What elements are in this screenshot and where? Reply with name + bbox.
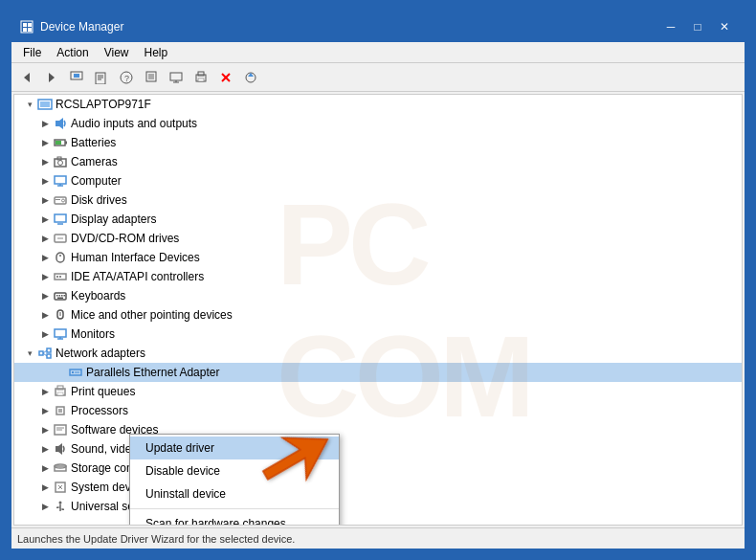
expand-processors[interactable]: ▶ (37, 403, 53, 418)
tree-parallels[interactable]: Parallels Ethernet Adapter (14, 363, 742, 382)
svg-rect-36 (55, 176, 66, 184)
context-update-driver[interactable]: Update driver (130, 437, 339, 459)
close-button[interactable]: ✕ (712, 17, 737, 36)
expand-sound[interactable]: ▶ (37, 441, 53, 457)
svg-point-47 (59, 255, 61, 257)
tree-ide[interactable]: ▶ IDE ATA/ATAPI controllers (14, 267, 742, 286)
tree-monitors[interactable]: ▶ Monitors (14, 325, 742, 344)
tree-processors[interactable]: ▶ Processors (14, 401, 742, 420)
svg-point-34 (58, 161, 63, 166)
tree-sound[interactable]: ▶ Sound, video and game controllers (14, 439, 742, 459)
svg-rect-56 (57, 298, 63, 300)
tree-software[interactable]: ▶ Software devices (14, 420, 742, 439)
expand-batteries[interactable]: ▶ (37, 135, 53, 150)
menu-view[interactable]: View (97, 44, 137, 61)
svg-rect-64 (47, 354, 51, 358)
remove-button[interactable] (214, 66, 237, 89)
tree-mice[interactable]: ▶ Mice and other pointing devices (14, 305, 742, 325)
dvd-icon (53, 231, 68, 246)
svg-rect-42 (55, 214, 66, 222)
tree-disk[interactable]: ▶ Disk drives (14, 190, 742, 210)
tree-keyboards[interactable]: ▶ Keyboards (14, 286, 742, 305)
context-menu: Update driver Disable device Uninstall d… (129, 434, 340, 526)
expand-keyboards[interactable]: ▶ (37, 288, 53, 303)
tree-audio[interactable]: ▶ Audio inputs and outputs (14, 114, 742, 133)
cameras-label: Cameras (71, 155, 118, 168)
printer-button[interactable] (189, 66, 212, 89)
menu-help[interactable]: Help (137, 44, 176, 61)
tree-network[interactable]: ▾ Network adapters (14, 344, 742, 363)
back-button[interactable] (15, 66, 38, 89)
tree-usb[interactable]: ▶ Universal serial bus controllers (14, 497, 742, 516)
menu-file[interactable]: File (15, 44, 49, 61)
software-icon (53, 422, 68, 437)
svg-rect-46 (56, 253, 64, 262)
root-icon (37, 97, 53, 112)
window-icon (19, 19, 34, 34)
tree-batteries[interactable]: ▶ Batteries (14, 133, 742, 152)
display-button[interactable] (165, 66, 188, 89)
tree-cameras[interactable]: ▶ Cameras (14, 152, 742, 171)
expand-software[interactable]: ▶ (37, 422, 53, 437)
parallels-icon (68, 365, 83, 380)
svg-rect-63 (47, 348, 51, 352)
scan-button[interactable] (140, 66, 163, 89)
expand-print[interactable]: ▶ (37, 384, 53, 399)
ide-icon (53, 269, 68, 284)
svg-rect-62 (39, 351, 43, 355)
tree-hid[interactable]: ▶ Human Interface Devices (14, 248, 742, 267)
up-button[interactable] (65, 66, 88, 89)
menu-bar: File Action View Help (11, 42, 745, 63)
menu-action[interactable]: Action (49, 44, 96, 61)
hid-icon (53, 250, 68, 265)
expand-cameras[interactable]: ▶ (37, 154, 53, 169)
context-disable-device[interactable]: Disable device (130, 459, 339, 482)
expand-network[interactable]: ▾ (22, 346, 37, 361)
expand-root[interactable]: ▾ (22, 97, 37, 112)
expand-dvd[interactable]: ▶ (37, 231, 53, 246)
tree-display[interactable]: ▶ Display adapters (14, 210, 742, 229)
expand-audio[interactable]: ▶ (37, 116, 53, 131)
expand-display[interactable]: ▶ (37, 212, 53, 227)
tree-computer[interactable]: ▶ Computer (14, 171, 742, 190)
device-tree[interactable]: PCCOM ▾ RCSLAPTOP971F ▶ Audio inputs and… (13, 94, 743, 526)
tree-system[interactable]: ▶ System devices (14, 478, 742, 497)
context-scan-changes[interactable]: Scan for hardware changes (130, 512, 339, 526)
tree-print[interactable]: ▶ Print queues (14, 382, 742, 401)
tree-dvd[interactable]: ▶ DVD/CD-ROM drives (14, 229, 742, 248)
expand-usb[interactable]: ▶ (37, 499, 53, 514)
expand-monitors[interactable]: ▶ (37, 326, 53, 342)
help-button[interactable]: ? (115, 66, 138, 89)
usb-icon (53, 499, 68, 514)
svg-marker-78 (56, 443, 62, 455)
expand-ide[interactable]: ▶ (37, 269, 53, 284)
expand-hid[interactable]: ▶ (37, 250, 53, 265)
main-area: PCCOM ▾ RCSLAPTOP971F ▶ Audio inputs and… (11, 92, 745, 527)
minimize-button[interactable]: ─ (658, 17, 683, 36)
computer-label: Computer (71, 174, 122, 188)
expand-system[interactable]: ▶ (37, 480, 53, 495)
hid-label: Human Interface Devices (71, 251, 200, 264)
svg-rect-16 (148, 74, 154, 79)
maximize-button[interactable]: □ (685, 17, 710, 36)
forward-button[interactable] (40, 66, 63, 89)
context-sep-1 (130, 508, 339, 509)
tree-storage[interactable]: ▶ Storage controllers (14, 459, 742, 478)
ide-label: IDE ATA/ATAPI controllers (71, 270, 204, 283)
keyboards-icon (53, 288, 68, 303)
context-uninstall-device[interactable]: Uninstall device (130, 482, 339, 505)
tree-root[interactable]: ▾ RCSLAPTOP971F (14, 95, 742, 114)
parallels-label: Parallels Ethernet Adapter (86, 366, 219, 379)
update-button[interactable] (239, 66, 262, 89)
toolbar: ? (11, 63, 745, 92)
sound-icon (53, 441, 68, 457)
svg-rect-3 (23, 28, 27, 32)
batteries-label: Batteries (71, 136, 116, 149)
svg-rect-2 (28, 23, 32, 27)
expand-mice[interactable]: ▶ (37, 307, 53, 323)
expand-storage[interactable]: ▶ (37, 460, 53, 476)
svg-rect-52 (56, 295, 58, 297)
properties-button[interactable] (90, 66, 113, 89)
expand-computer[interactable]: ▶ (37, 173, 53, 189)
expand-disk[interactable]: ▶ (37, 192, 53, 208)
